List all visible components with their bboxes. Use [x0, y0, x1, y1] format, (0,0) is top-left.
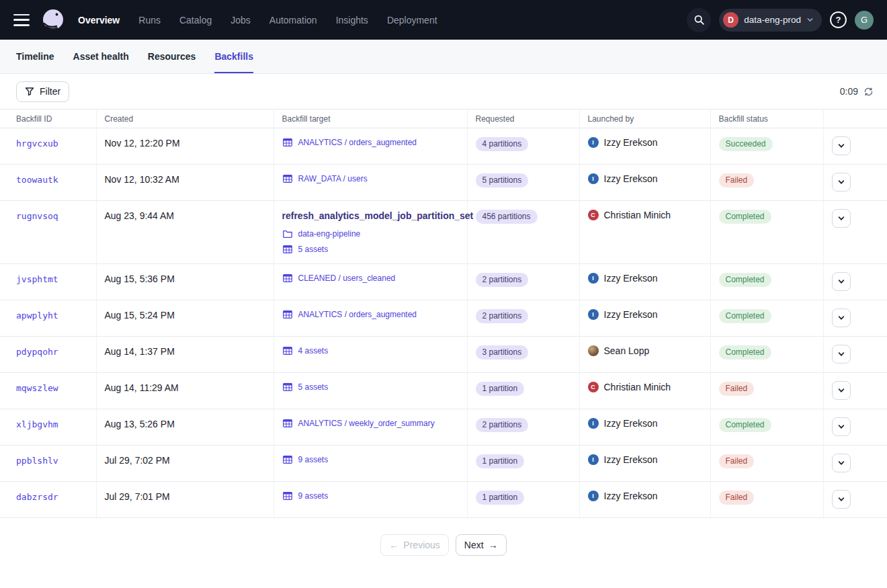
tab-resources[interactable]: Resources [148, 40, 196, 73]
col-backfill-status: Backfill status [710, 110, 823, 128]
backfill-target-link[interactable]: ANALYTICS / weekly_order_summary [298, 419, 435, 428]
help-icon[interactable]: ? [830, 11, 847, 28]
backfills-table: Backfill ID Created Backfill target Requ… [0, 109, 887, 518]
backfill-id-link[interactable]: mqwszlew [16, 383, 58, 393]
launched-by-cell: Sean Lopp [579, 337, 710, 373]
user-letter-avatar: I [588, 491, 599, 501]
nav-runs[interactable]: Runs [138, 15, 161, 26]
target-sub-link[interactable]: 5 assets [298, 245, 329, 254]
user-photo-avatar [588, 345, 599, 356]
backfill-target-link[interactable]: CLEANED / users_cleaned [298, 274, 396, 283]
previous-page-button[interactable]: ← Previous [380, 534, 448, 556]
row-actions-button[interactable] [832, 381, 851, 400]
row-actions-button[interactable] [832, 272, 851, 291]
backfill-status-cell: Completed [710, 264, 823, 300]
created-cell: Aug 23, 9:44 AM [96, 201, 273, 264]
pagination: ← Previous Next → [0, 534, 887, 556]
backfill-target-cell: CLEANED / users_cleaned [273, 264, 467, 300]
row-actions-button[interactable] [832, 345, 851, 364]
menu-icon[interactable] [13, 14, 30, 26]
dagster-logo-icon[interactable] [39, 6, 67, 34]
actions-cell [823, 165, 887, 201]
created-timestamp: Aug 23, 9:44 AM [105, 210, 175, 221]
requested-partitions-badge: 5 partitions [476, 173, 529, 187]
row-actions-button[interactable] [832, 454, 851, 472]
table-row: ppblshlvJul 29, 7:02 PM 9 assets1 partit… [0, 446, 887, 482]
actions-cell [823, 264, 887, 300]
backfill-status-cell: Completed [710, 201, 823, 264]
launched-by-name: Izzy Erekson [604, 491, 658, 501]
search-icon[interactable] [687, 8, 711, 32]
requested-cell: 1 partition [467, 373, 579, 409]
backfill-id-cell: xljbgvhm [0, 409, 96, 446]
tab-asset-health[interactable]: Asset health [73, 40, 129, 73]
row-actions-button[interactable] [832, 417, 851, 436]
arrow-right-icon: → [489, 540, 498, 550]
backfill-id-link[interactable]: dabzrsdr [16, 492, 58, 502]
backfill-target-link[interactable]: 9 assets [298, 491, 329, 501]
backfill-status-cell: Failed [710, 482, 823, 518]
created-cell: Nov 12, 12:20 PM [96, 128, 273, 165]
created-timestamp: Jul 29, 7:02 PM [105, 455, 170, 466]
requested-cell: 3 partitions [467, 337, 579, 373]
backfill-id-link[interactable]: apwplyht [16, 310, 58, 321]
nav-automation[interactable]: Automation [269, 15, 317, 26]
row-actions-button[interactable] [832, 209, 851, 228]
backfill-target-link[interactable]: 9 assets [298, 455, 329, 464]
funnel-icon [25, 87, 34, 96]
job-partition-set-link[interactable]: refresh_analytics_model_job_partition_se… [282, 210, 474, 221]
backfill-id-link[interactable]: rugnvsoq [16, 211, 58, 221]
tab-timeline[interactable]: Timeline [16, 40, 54, 73]
nav-catalog[interactable]: Catalog [179, 15, 212, 26]
backfill-target-link[interactable]: ANALYTICS / orders_augmented [298, 138, 417, 147]
backfill-id-link[interactable]: hrgvcxub [16, 138, 58, 149]
asset-table-icon [282, 244, 293, 255]
actions-cell [823, 409, 887, 446]
nav-jobs[interactable]: Jobs [230, 15, 251, 26]
row-actions-button[interactable] [832, 136, 851, 155]
backfill-id-link[interactable]: jvsphtmt [16, 274, 58, 284]
row-actions-button[interactable] [832, 173, 851, 192]
user-avatar[interactable]: G [855, 11, 874, 30]
asset-table-icon [282, 137, 293, 148]
backfill-status-badge: Failed [719, 491, 755, 505]
tab-backfills[interactable]: Backfills [214, 40, 253, 73]
created-timestamp: Aug 14, 1:37 PM [105, 346, 175, 357]
backfill-target-cell: ANALYTICS / orders_augmented [273, 300, 467, 337]
requested-partitions-badge: 1 partition [476, 382, 525, 396]
backfill-target-link[interactable]: ANALYTICS / orders_augmented [298, 310, 417, 319]
backfill-status-badge: Failed [719, 454, 755, 468]
backfill-status-badge: Completed [719, 210, 771, 224]
backfill-status-badge: Failed [719, 173, 755, 187]
row-actions-button[interactable] [832, 308, 851, 327]
created-cell: Jul 29, 7:02 PM [96, 446, 273, 482]
actions-cell [823, 201, 887, 264]
backfill-target-link[interactable]: 5 assets [298, 382, 329, 392]
nav-insights[interactable]: Insights [336, 15, 368, 26]
filter-button[interactable]: Filter [16, 81, 69, 102]
backfill-target-cell: RAW_DATA / users [273, 165, 467, 201]
table-row: pdypqohrAug 14, 1:37 PM 4 assets3 partit… [0, 337, 887, 373]
backfill-target-link[interactable]: RAW_DATA / users [298, 174, 368, 183]
backfill-id-cell: ppblshlv [0, 446, 96, 482]
backfill-id-link[interactable]: pdypqohr [16, 347, 58, 357]
row-actions-button[interactable] [832, 490, 851, 509]
requested-cell: 456 partitions [467, 201, 579, 264]
target-sub-link[interactable]: data-eng-pipeline [298, 229, 361, 239]
refresh-icon[interactable] [863, 87, 874, 97]
col-backfill-target: Backfill target [273, 110, 467, 128]
chevron-down-icon [837, 214, 845, 222]
deployment-switcher[interactable]: D data-eng-prod [719, 9, 822, 32]
launched-by-name: Izzy Erekson [604, 309, 658, 320]
nav-deployment[interactable]: Deployment [387, 15, 437, 26]
asset-table-icon [282, 309, 293, 320]
backfill-id-link[interactable]: toowautk [16, 175, 58, 185]
next-page-button[interactable]: Next → [456, 534, 507, 556]
backfill-id-link[interactable]: xljbgvhm [16, 419, 58, 429]
created-cell: Jul 29, 7:01 PM [96, 482, 273, 518]
backfill-target-link[interactable]: 4 assets [298, 346, 329, 355]
timer-value: 0:09 [840, 86, 858, 97]
backfill-target-cell: ANALYTICS / weekly_order_summary [273, 409, 467, 446]
backfill-id-link[interactable]: ppblshlv [16, 456, 58, 466]
nav-overview[interactable]: Overview [78, 15, 120, 26]
